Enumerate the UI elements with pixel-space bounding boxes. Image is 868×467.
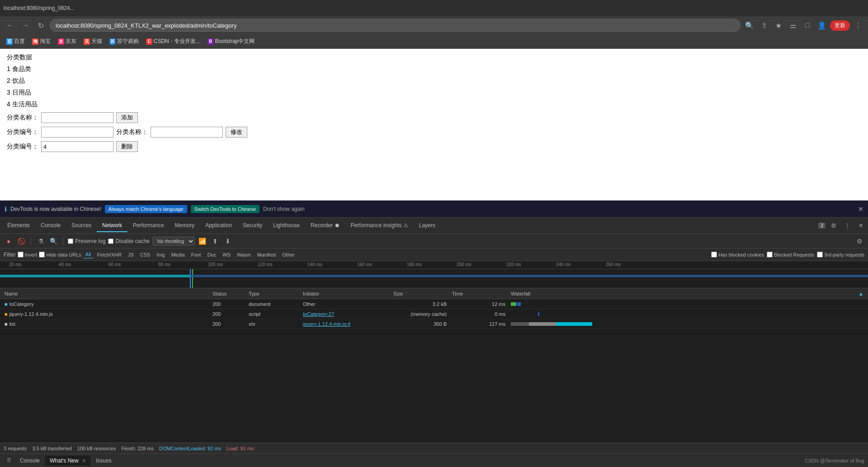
search-icon[interactable]: 🔍	[743, 19, 756, 32]
whats-new-close-button[interactable]: ✕	[82, 458, 86, 464]
delete-form-row: 分类编号： 删除	[7, 141, 861, 152]
th-waterfall[interactable]: Waterfall ▲	[508, 291, 866, 296]
has-blocked-checkbox[interactable]	[711, 252, 717, 257]
devtools-more-icon[interactable]: ⋮	[842, 220, 853, 231]
invert-label[interactable]: Invert	[18, 252, 38, 257]
filter-type-js[interactable]: JS	[126, 251, 136, 258]
delete-id-input[interactable]	[41, 141, 113, 152]
th-name[interactable]: Name	[2, 291, 210, 296]
filter-type-ws[interactable]: WS	[220, 251, 233, 258]
tab-lighthouse[interactable]: Lighthouse	[268, 219, 305, 232]
filter-type-font[interactable]: Font	[189, 251, 203, 258]
bookmark-suning[interactable]: 苏 苏宁易购	[107, 36, 142, 47]
bookmark-tianmao[interactable]: 天 天猫	[81, 36, 105, 47]
tab-application[interactable]: Application	[200, 219, 237, 232]
filter-type-wasm[interactable]: Wasm	[235, 251, 253, 258]
profile-icon[interactable]: 👤	[816, 19, 828, 32]
filter-type-media[interactable]: Media	[169, 251, 187, 258]
table-row[interactable]: ■ list 200 xhr jquery-1.12.4.min.js:4 35…	[0, 319, 868, 329]
record-button[interactable]: ●	[4, 236, 14, 246]
category-item-2: 2 饮品	[7, 77, 861, 85]
has-blocked-label[interactable]: Has blocked cookies	[711, 252, 764, 257]
address-bar[interactable]	[50, 19, 741, 32]
add-button[interactable]: 添加	[116, 112, 138, 123]
edit-id-input[interactable]	[41, 127, 113, 138]
tab-recorder[interactable]: Recorder ⏺	[305, 219, 345, 232]
tab-network[interactable]: Network	[97, 219, 127, 232]
filter-type-manifest[interactable]: Manifest	[255, 251, 278, 258]
initiator-link-3[interactable]: jquery-1.12.4.min.js:4	[303, 321, 350, 327]
tab-security[interactable]: Security	[237, 219, 268, 232]
filter-type-fetch[interactable]: Fetch/XHR	[95, 251, 124, 258]
th-initiator[interactable]: Initiator	[300, 291, 391, 296]
third-party-label[interactable]: 3rd-party requests	[817, 252, 864, 257]
th-status[interactable]: Status	[210, 291, 246, 296]
bookmark-bootstrap[interactable]: B Bootstrap中文网	[205, 36, 257, 47]
third-party-checkbox[interactable]	[817, 252, 823, 257]
invert-checkbox[interactable]	[18, 252, 24, 257]
edit-name-input[interactable]	[151, 127, 223, 138]
extensions-icon[interactable]: ⚌	[787, 19, 799, 32]
tab-performance-insights[interactable]: Performance insights ⚠	[345, 219, 414, 232]
wifi-icon[interactable]: 📶	[198, 236, 208, 246]
always-match-button[interactable]: Always match Chrome's language	[105, 205, 187, 213]
table-row[interactable]: ■ jquery-1.12.4.min.js 200 script toCate…	[0, 309, 868, 319]
filter-icon[interactable]: ⚗	[36, 236, 46, 246]
add-name-input[interactable]	[41, 112, 113, 123]
preserve-log-checkbox[interactable]	[68, 238, 73, 244]
filter-type-img[interactable]: Img	[154, 251, 167, 258]
export-icon[interactable]: ⬇	[223, 236, 233, 246]
window-icon[interactable]: □	[801, 19, 814, 32]
bookmark-taobao[interactable]: 淘 淘宝	[29, 36, 53, 47]
dont-show-again[interactable]: Don't show again	[263, 206, 305, 212]
switch-devtools-button[interactable]: Switch DevTools to Chinese	[191, 205, 259, 213]
bookmark-icon[interactable]: ★	[772, 19, 785, 32]
notice-close-button[interactable]: ✕	[858, 205, 863, 213]
tab-layers[interactable]: Layers	[414, 219, 441, 232]
settings-icon[interactable]: ⚙	[854, 236, 864, 246]
blocked-requests-label[interactable]: Blocked Requests	[767, 252, 814, 257]
search-icon[interactable]: 🔍	[48, 236, 58, 246]
tab-console-bottom[interactable]: Console	[15, 456, 44, 466]
tab-console[interactable]: Console	[35, 219, 66, 232]
hide-data-urls-label[interactable]: Hide data URLs	[39, 252, 81, 257]
blocked-requests-checkbox[interactable]	[767, 252, 773, 257]
tab-issues[interactable]: Issues	[91, 456, 116, 466]
bookmark-csdn[interactable]: C CSDN - 专业开发...	[143, 36, 203, 47]
tab-sources[interactable]: Sources	[66, 219, 97, 232]
hide-data-urls-checkbox[interactable]	[39, 252, 45, 257]
th-time[interactable]: Time	[449, 291, 508, 296]
bookmark-baidu[interactable]: 百 百度	[4, 36, 28, 47]
disable-cache-label[interactable]: Disable cache	[108, 238, 149, 244]
filter-type-all[interactable]: All	[83, 251, 93, 258]
page-tab[interactable]: localhost:8080/spring_0824...	[4, 5, 75, 11]
bottom-dots-icon[interactable]: ⠿	[4, 455, 14, 466]
clear-button[interactable]: 🚫	[16, 236, 26, 246]
devtools-close-icon[interactable]: ✕	[855, 220, 866, 231]
tab-whats-new[interactable]: What's New ✕	[45, 456, 90, 466]
disable-cache-checkbox[interactable]	[108, 238, 113, 244]
devtools-settings-icon[interactable]: ⚙	[828, 220, 839, 231]
import-icon[interactable]: ⬆	[210, 236, 220, 246]
initiator-link-2[interactable]: toCategory:27	[303, 311, 334, 317]
th-type[interactable]: Type	[246, 291, 300, 296]
tab-memory[interactable]: Memory	[170, 219, 200, 232]
delete-button[interactable]: 删除	[116, 141, 138, 152]
filter-type-doc[interactable]: Doc	[205, 251, 219, 258]
share-icon[interactable]: ⇧	[758, 19, 770, 32]
menu-icon[interactable]: ⋮	[852, 19, 864, 32]
throttle-select[interactable]: No throttling	[152, 237, 195, 246]
table-row[interactable]: ■ toCategory 200 document Other 3.2 kB 1…	[0, 299, 868, 309]
preserve-log-label[interactable]: Preserve log	[68, 238, 105, 244]
th-size[interactable]: Size	[391, 291, 449, 296]
forward-button[interactable]: →	[19, 19, 32, 32]
tab-elements[interactable]: Elements	[2, 219, 35, 232]
bookmark-jd[interactable]: 京 京东	[55, 36, 79, 47]
filter-type-other[interactable]: Other	[280, 251, 297, 258]
edit-button[interactable]: 修改	[226, 127, 247, 138]
back-button[interactable]: ←	[4, 19, 16, 32]
update-button[interactable]: 更新	[830, 20, 850, 31]
tab-performance[interactable]: Performance	[127, 219, 170, 232]
reload-button[interactable]: ↻	[34, 19, 47, 32]
filter-type-css[interactable]: CSS	[138, 251, 153, 258]
